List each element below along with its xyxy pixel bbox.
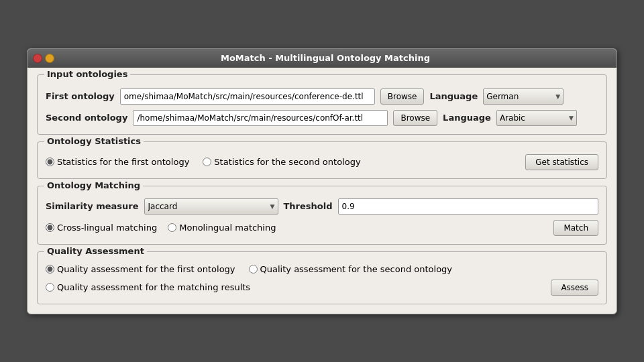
quality-assessment-section: Quality Assessment Quality assessment fo…: [37, 251, 607, 304]
matching-row1: Similarity measure Jaccard Cosine Levens…: [46, 198, 598, 215]
titlebar: MoMatch - Multilingual Ontology Matching: [28, 49, 616, 68]
language1-select[interactable]: German English Arabic French: [483, 88, 564, 105]
matching-row2: Cross-lingual matching Monolingual match…: [46, 220, 598, 236]
cross-lingual-radio[interactable]: [46, 223, 54, 232]
browse1-button[interactable]: Browse: [380, 88, 425, 105]
threshold-label: Threshold: [284, 201, 333, 211]
browse2-button[interactable]: Browse: [393, 110, 437, 126]
monolingual-label[interactable]: Monolingual matching: [168, 223, 276, 233]
cross-lingual-text: Cross-lingual matching: [57, 223, 157, 233]
monolingual-text: Monolingual matching: [179, 223, 276, 233]
first-ontology-row: First ontology Browse Language German En…: [46, 88, 598, 105]
first-ontology-label: First ontology: [46, 91, 115, 101]
quality-assessment-title: Quality Assessment: [44, 246, 147, 256]
titlebar-buttons: [33, 54, 54, 63]
close-button[interactable]: [33, 54, 42, 63]
stats-radio2[interactable]: [203, 158, 211, 166]
stats-radio2-text: Statistics for the second ontology: [214, 157, 360, 167]
get-statistics-button[interactable]: Get statistics: [525, 154, 598, 170]
quality-radio3-text: Quality assessment for the matching resu…: [57, 282, 250, 292]
language2-select[interactable]: German English Arabic French: [496, 110, 577, 126]
threshold-input[interactable]: [338, 198, 598, 215]
language2-label: Language: [443, 113, 491, 123]
ontology-statistics-section: Ontology Statistics Statistics for the f…: [37, 141, 607, 179]
similarity-label: Similarity measure: [46, 201, 139, 211]
input-ontologies-section: Input ontologies First ontology Browse L…: [37, 74, 607, 135]
quality-radio2-text: Quality assessment for the second ontolo…: [260, 264, 453, 274]
quality-radio1[interactable]: [46, 265, 54, 274]
first-ontology-input[interactable]: [120, 88, 375, 105]
stats-row: Statistics for the first ontology Statis…: [46, 154, 598, 170]
quality-radio2-label[interactable]: Quality assessment for the second ontolo…: [249, 264, 453, 274]
minimize-button[interactable]: [45, 54, 54, 63]
quality-row1: Quality assessment for the first ontolog…: [46, 264, 598, 274]
quality-radio1-label[interactable]: Quality assessment for the first ontolog…: [46, 264, 235, 274]
ontology-matching-section: Ontology Matching Similarity measure Jac…: [37, 186, 607, 245]
similarity-select[interactable]: Jaccard Cosine Levenshtein JaroWinkler: [144, 198, 278, 215]
stats-radio1-text: Statistics for the first ontology: [57, 157, 189, 167]
language2-wrapper: German English Arabic French: [496, 110, 577, 126]
stats-radio2-label[interactable]: Statistics for the second ontology: [203, 157, 360, 167]
second-ontology-row: Second ontology Browse Language German E…: [46, 110, 598, 126]
content-area: Input ontologies First ontology Browse L…: [28, 68, 616, 314]
quality-radio2[interactable]: [249, 265, 258, 274]
stats-radio1-label[interactable]: Statistics for the first ontology: [46, 157, 189, 167]
quality-row2: Quality assessment for the matching resu…: [46, 280, 598, 296]
similarity-wrapper: Jaccard Cosine Levenshtein JaroWinkler: [144, 198, 278, 215]
language1-label: Language: [429, 91, 478, 101]
language1-wrapper: German English Arabic French: [483, 88, 564, 105]
stats-radio1[interactable]: [46, 158, 54, 166]
cross-lingual-label[interactable]: Cross-lingual matching: [46, 223, 157, 233]
ontology-matching-title: Ontology Matching: [44, 180, 143, 190]
second-ontology-input[interactable]: [133, 110, 388, 126]
quality-radio1-text: Quality assessment for the first ontolog…: [57, 264, 235, 274]
input-ontologies-title: Input ontologies: [44, 69, 130, 79]
window-title: MoMatch - Multilingual Ontology Matching: [58, 53, 592, 63]
ontology-statistics-title: Ontology Statistics: [44, 136, 144, 146]
second-ontology-label: Second ontology: [46, 113, 127, 123]
quality-radio3-label[interactable]: Quality assessment for the matching resu…: [46, 282, 250, 292]
assess-button[interactable]: Assess: [551, 280, 598, 296]
monolingual-radio[interactable]: [168, 223, 176, 232]
quality-radio3[interactable]: [46, 283, 54, 292]
main-window: MoMatch - Multilingual Ontology Matching…: [27, 48, 617, 314]
match-button[interactable]: Match: [553, 220, 598, 236]
